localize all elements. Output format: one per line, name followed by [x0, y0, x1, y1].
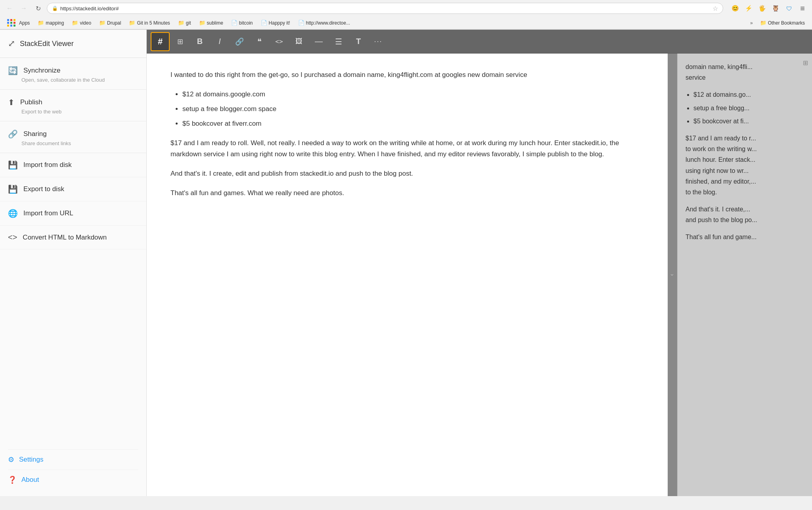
- editor-pane[interactable]: I wanted to do this right from the get-g…: [147, 54, 668, 496]
- sharing-title: Sharing: [23, 130, 47, 138]
- toolbar-more-button[interactable]: ···: [369, 32, 388, 51]
- toolbar-list-button[interactable]: ☰: [329, 32, 348, 51]
- apps-grid-icon: [7, 19, 16, 27]
- bookmark-happpy[interactable]: 📄 Happpy it!: [258, 19, 293, 27]
- address-bar[interactable]: 🔒 https://stackedit.io/editor# ☆: [47, 3, 723, 14]
- sidebar-item-settings[interactable]: ⚙ Settings: [8, 449, 138, 470]
- toolbar-hr-button[interactable]: —: [309, 32, 328, 51]
- import-url-label: Import from URL: [23, 209, 73, 217]
- folder-icon: 📁: [129, 20, 135, 26]
- toolbar: # ⊞ B I 🔗 ❝ <> 🖼 — ☰ T ···: [147, 30, 812, 54]
- sidebar: ⤢ StackEdit Viewer 🔄 Synchronize Open, s…: [0, 30, 147, 496]
- preview-para-3: And that's it. I create,...and push to t…: [686, 204, 804, 225]
- refresh-button[interactable]: ↻: [33, 3, 44, 14]
- editor-paragraph-2: $17 and I am ready to roll. Well, not re…: [170, 138, 644, 161]
- toolbar-text-button[interactable]: T: [349, 32, 368, 51]
- bookmark-drupal[interactable]: 📁 Drupal: [96, 19, 124, 27]
- preview-grid-icon[interactable]: ⊞: [803, 58, 808, 68]
- toolbar-heading-button[interactable]: #: [151, 32, 170, 51]
- import-disk-icon: 💾: [8, 160, 18, 170]
- publish-title: Publish: [20, 98, 42, 106]
- browser-menu-button[interactable]: ≡: [797, 3, 808, 14]
- sidebar-item-synchronize[interactable]: 🔄 Synchronize Open, save, collaborate in…: [0, 58, 146, 90]
- sync-icon: 🔄: [8, 66, 18, 75]
- export-disk-label: Export to disk: [23, 185, 64, 193]
- expand-icon: ⤢: [8, 38, 15, 49]
- bookmark-git5[interactable]: 📁 Git in 5 Minutes: [126, 19, 173, 27]
- sidebar-item-sharing[interactable]: 🔗 Sharing Share document links: [0, 121, 146, 153]
- other-bookmarks-label: Other Bookmarks: [768, 20, 805, 26]
- forward-button[interactable]: →: [18, 3, 29, 14]
- toolbar-italic-button[interactable]: I: [210, 32, 229, 51]
- browser-icon-hand[interactable]: 🖐: [756, 3, 768, 14]
- bookmark-drupal-label: Drupal: [107, 20, 121, 26]
- split-handle[interactable]: ›: [668, 54, 677, 496]
- preview-top-icons: ⊞: [803, 58, 808, 68]
- bookmark-sublime-label: sublime: [207, 20, 223, 26]
- sidebar-footer: ⚙ Settings ❓ About: [0, 443, 146, 496]
- sharing-subtitle: Share document links: [21, 140, 138, 146]
- page-icon: 📄: [261, 20, 267, 26]
- sidebar-item-about[interactable]: ❓ About: [8, 470, 138, 490]
- publish-subtitle: Export to the web: [21, 109, 138, 115]
- folder-icon: 📁: [178, 20, 184, 26]
- sidebar-item-convert[interactable]: <> Convert HTML to Markdown: [0, 226, 146, 249]
- bookmark-star-icon[interactable]: ☆: [712, 5, 718, 12]
- bookmarks-more-button[interactable]: »: [748, 19, 755, 27]
- synchronize-subtitle: Open, save, collaborate in the Cloud: [21, 77, 138, 83]
- bookmark-directoe[interactable]: 📄 http://www.directoe...: [295, 19, 353, 27]
- ssl-lock-icon: 🔒: [52, 6, 58, 11]
- sidebar-item-export-disk[interactable]: 💾 Export to disk: [0, 177, 146, 201]
- editor-list-item-3: $5 bookcover at fiverr.com: [182, 118, 644, 130]
- bookmark-git5-label: Git in 5 Minutes: [137, 20, 170, 26]
- toolbar-code-button[interactable]: <>: [270, 32, 289, 51]
- bookmark-git[interactable]: 📁 git: [175, 19, 194, 27]
- bookmark-mapping[interactable]: 📁 mapping: [34, 19, 67, 27]
- bookmark-apps[interactable]: Apps: [4, 18, 33, 27]
- bookmark-video[interactable]: 📁 video: [69, 19, 94, 27]
- import-disk-label: Import from disk: [23, 161, 72, 169]
- bookmark-bitcoin[interactable]: 📄 bitcoin: [228, 19, 256, 27]
- synchronize-title: Synchronize: [23, 67, 61, 75]
- convert-icon: <>: [8, 233, 17, 242]
- browser-icon-smiley[interactable]: 😊: [730, 3, 741, 14]
- back-button[interactable]: ←: [4, 3, 15, 14]
- sidebar-title: StackEdit Viewer: [20, 40, 74, 48]
- sidebar-header: ⤢ StackEdit Viewer: [0, 30, 146, 58]
- sidebar-item-publish[interactable]: ⬆ Publish Export to the web: [0, 90, 146, 121]
- editor-paragraph-4: That's all fun and games. What we really…: [170, 188, 644, 199]
- toolbar-image-button[interactable]: 🖼: [289, 32, 308, 51]
- bookmark-apps-label: Apps: [19, 20, 30, 26]
- folder-icon: 📁: [199, 20, 205, 26]
- preview-pane: ⊞ domain name, king4fli...service $12 at…: [677, 54, 812, 496]
- browser-icon-shield[interactable]: 🛡: [783, 3, 795, 14]
- sidebar-item-import-disk[interactable]: 💾 Import from disk: [0, 153, 146, 177]
- folder-icon: 📁: [72, 20, 78, 26]
- toolbar-bold-button[interactable]: B: [190, 32, 209, 51]
- content-area: # ⊞ B I 🔗 ❝ <> 🖼 — ☰ T ··· I wanted to d…: [147, 30, 812, 496]
- browser-nav-bar: ← → ↻ 🔒 https://stackedit.io/editor# ☆ 😊…: [0, 0, 812, 17]
- toolbar-link-button[interactable]: 🔗: [230, 32, 249, 51]
- preview-para-intro: domain name, king4fli...service: [686, 61, 804, 83]
- editor-list-1: $12 at domains.google.com setup a free b…: [182, 89, 644, 130]
- bookmark-happpy-label: Happpy it!: [269, 20, 290, 26]
- browser-chrome: ← → ↻ 🔒 https://stackedit.io/editor# ☆ 😊…: [0, 0, 812, 30]
- bookmarks-bar: Apps 📁 mapping 📁 video 📁 Drupal 📁 Git in…: [0, 17, 812, 29]
- preview-list-item-2: setup a free blogg...: [693, 103, 804, 113]
- bookmark-sublime[interactable]: 📁 sublime: [196, 19, 226, 27]
- other-bookmarks-item[interactable]: 📁 Other Bookmarks: [757, 19, 808, 27]
- about-icon: ❓: [8, 475, 17, 484]
- bookmark-git-label: git: [186, 20, 191, 26]
- bookmark-video-label: video: [80, 20, 91, 26]
- app-layout: ⤢ StackEdit Viewer 🔄 Synchronize Open, s…: [0, 30, 812, 496]
- bookmark-bitcoin-label: bitcoin: [239, 20, 253, 26]
- toolbar-layout-button[interactable]: ⊞: [170, 32, 190, 51]
- editor-paragraph-3: And that's it. I create, edit and publis…: [170, 168, 644, 180]
- publish-icon: ⬆: [8, 98, 15, 107]
- toolbar-blockquote-button[interactable]: ❝: [250, 32, 269, 51]
- page-icon: 📄: [298, 20, 304, 26]
- bookmark-directoe-label: http://www.directoe...: [306, 20, 350, 26]
- sidebar-item-import-url[interactable]: 🌐 Import from URL: [0, 201, 146, 226]
- browser-icon-lightning[interactable]: ⚡: [743, 3, 754, 14]
- browser-icon-owl[interactable]: 🦉: [770, 3, 781, 14]
